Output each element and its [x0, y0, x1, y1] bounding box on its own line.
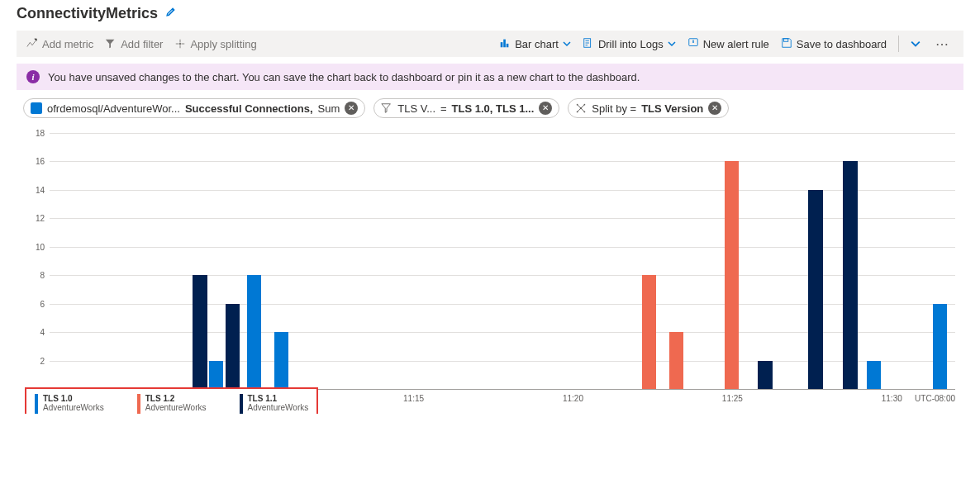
drill-logs-label: Drill into Logs	[598, 38, 664, 50]
split-icon	[174, 38, 186, 50]
legend-box: TLS 1.0AdventureWorks22TLS 1.2AdventureW…	[25, 387, 318, 414]
unsaved-banner: i You have unsaved changes to the chart.…	[17, 64, 963, 90]
metric-name: Successful Connections,	[185, 102, 313, 115]
add-metric-icon	[26, 38, 38, 50]
metric-agg: Sum	[318, 102, 340, 115]
x-tick-label: 11:30	[882, 394, 902, 403]
add-metric-button[interactable]: Add metric	[26, 38, 93, 50]
metric-pill[interactable]: ofrdemosql/AdventureWor... Successful Co…	[23, 98, 365, 118]
x-tick-label: 11:15	[403, 394, 424, 403]
grid-line	[50, 133, 955, 134]
svg-point-0	[179, 43, 182, 45]
legend-sub: AdventureWorks	[43, 403, 104, 412]
legend-item[interactable]: TLS 1.1AdventureWorks44	[240, 394, 309, 414]
chevron-down-icon[interactable]	[911, 39, 921, 49]
bar-tls12[interactable]	[642, 275, 657, 389]
legend-title: TLS 1.2	[145, 394, 207, 403]
chart-type-label: Bar chart	[515, 38, 559, 50]
bar-tls11[interactable]	[226, 304, 240, 389]
timezone-label: UTC-08:00	[915, 394, 955, 403]
chevron-down-icon	[563, 40, 571, 48]
info-icon: i	[26, 70, 40, 83]
y-tick-label: 18	[36, 129, 45, 138]
metric-resource: ofrdemosql/AdventureWor...	[47, 102, 180, 115]
add-metric-label: Add metric	[42, 38, 93, 50]
grid-line	[50, 161, 955, 162]
bar-tls12[interactable]	[725, 161, 740, 389]
save-dashboard-label: Save to dashboard	[797, 38, 887, 50]
chevron-down-icon	[668, 40, 676, 48]
apply-splitting-button[interactable]: Apply splitting	[174, 38, 256, 50]
filter-val: TLS 1.0, TLS 1...	[452, 102, 535, 115]
x-tick-label: 11:25	[722, 394, 743, 403]
legend-value: 44	[248, 412, 309, 414]
chart-area: UTC-08:00 2468101214161811:0511:1011:151…	[25, 133, 955, 414]
split-icon	[575, 102, 587, 114]
close-icon[interactable]: ✕	[539, 102, 552, 115]
bar-tls10[interactable]	[867, 361, 882, 389]
y-tick-label: 2	[40, 356, 45, 365]
edit-icon[interactable]	[164, 7, 176, 21]
alert-icon	[687, 37, 699, 51]
legend-title: TLS 1.1	[248, 394, 309, 403]
bar-tls12[interactable]	[669, 332, 684, 389]
page-title: ConnectivityMetrics	[17, 5, 158, 22]
x-tick-label: 11:20	[563, 394, 583, 403]
legend-item[interactable]: TLS 1.0AdventureWorks22	[35, 394, 104, 414]
banner-text: You have unsaved changes to the chart. Y…	[48, 71, 640, 83]
chart-type-selector[interactable]: Bar chart	[499, 37, 571, 51]
save-dashboard-button[interactable]: Save to dashboard	[781, 37, 887, 51]
legend-value: 28	[145, 412, 207, 414]
new-alert-button[interactable]: New alert rule	[687, 37, 769, 51]
new-alert-label: New alert rule	[703, 38, 769, 50]
svg-rect-3	[507, 43, 509, 46]
legend-sub: AdventureWorks	[145, 403, 207, 412]
y-tick-label: 16	[36, 157, 45, 166]
svg-rect-2	[503, 39, 506, 47]
svg-rect-6	[783, 38, 787, 41]
more-button[interactable]: ⋯	[932, 36, 954, 52]
y-tick-label: 14	[36, 185, 45, 194]
bar-tls11[interactable]	[758, 361, 773, 389]
y-tick-label: 6	[40, 299, 45, 308]
add-filter-label: Add filter	[121, 38, 163, 50]
add-filter-button[interactable]: Add filter	[105, 38, 163, 50]
filter-eq: =	[440, 102, 447, 115]
apply-splitting-label: Apply splitting	[190, 38, 256, 50]
split-label: Split by =	[592, 102, 636, 115]
drill-logs-button[interactable]: Drill into Logs	[583, 37, 676, 51]
legend-item[interactable]: TLS 1.2AdventureWorks28	[137, 394, 207, 414]
bar-chart-icon	[499, 37, 511, 51]
y-tick-label: 4	[40, 328, 45, 337]
save-icon	[781, 37, 792, 51]
bar-tls10[interactable]	[209, 361, 224, 389]
separator	[898, 36, 899, 52]
toolbar: Add metric Add filter Apply splitting Ba…	[17, 31, 963, 57]
bar-tls11[interactable]	[808, 190, 823, 389]
bar-tls10[interactable]	[274, 332, 289, 389]
y-tick-label: 12	[36, 214, 45, 223]
split-pill[interactable]: Split by = TLS Version ✕	[568, 98, 729, 118]
filter-icon	[381, 102, 392, 114]
close-icon[interactable]: ✕	[345, 102, 358, 115]
close-icon[interactable]: ✕	[708, 102, 721, 115]
split-val: TLS Version	[641, 102, 703, 115]
sql-icon	[31, 102, 42, 114]
bar-tls11[interactable]	[843, 161, 858, 389]
bar-tls10[interactable]	[247, 275, 262, 389]
filter-key: TLS V...	[397, 102, 435, 115]
filter-icon	[105, 38, 117, 50]
bar-tls11[interactable]	[193, 275, 207, 389]
filter-pill[interactable]: TLS V... = TLS 1.0, TLS 1... ✕	[373, 98, 559, 118]
legend-value: 22	[43, 412, 104, 414]
legend-title: TLS 1.0	[43, 394, 104, 403]
y-tick-label: 8	[40, 271, 45, 280]
legend-sub: AdventureWorks	[248, 403, 309, 412]
bar-tls10[interactable]	[933, 304, 948, 389]
y-tick-label: 10	[36, 242, 45, 251]
logs-icon	[583, 37, 594, 51]
svg-rect-1	[501, 42, 503, 47]
